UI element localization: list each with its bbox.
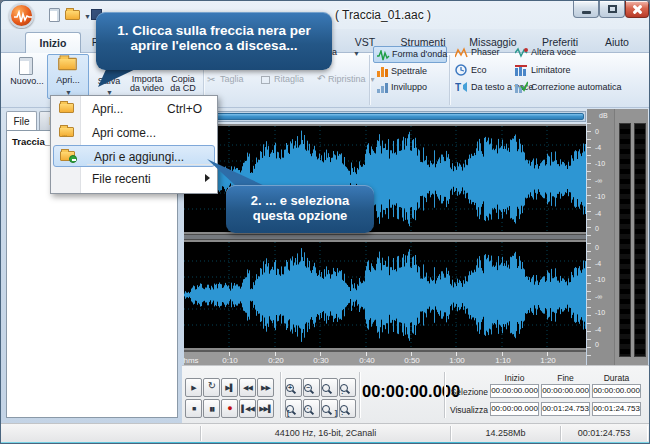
minimize-button[interactable] <box>573 1 599 18</box>
visualizza-fine-field[interactable]: 00:01:24.753 <box>541 402 590 416</box>
play-to-end-button[interactable]: ▶▌ <box>221 378 238 397</box>
waveform-icon <box>377 50 390 61</box>
callout-step-2: 2. ... e seleziona questa opzione <box>226 185 374 233</box>
annulla-dropdown-arrow: ▼ <box>353 50 360 57</box>
maximize-button[interactable] <box>599 1 625 18</box>
db-label: -4 <box>595 326 601 333</box>
open-and-add-folder-icon <box>60 151 75 161</box>
db-scale: dB 0-4-10-∞-10-400-4-10-∞-10-40 <box>587 109 614 367</box>
auto-correction-icon <box>515 81 528 93</box>
svg-text:T: T <box>455 82 461 93</box>
header-inizio: Inizio <box>490 373 539 383</box>
stop-button[interactable]: ■ <box>185 399 202 418</box>
new-page-icon <box>19 57 33 75</box>
db-label: -∞ <box>595 293 602 300</box>
zoom-vertical-out-button[interactable]: : <box>339 399 356 418</box>
open-folder-icon <box>59 103 74 113</box>
header-fine: Fine <box>541 373 590 383</box>
zoom-selection-button[interactable]: · <box>303 399 320 418</box>
envelope-icon <box>377 82 389 93</box>
waveform-channel-right[interactable] <box>184 240 586 350</box>
fast-forward-button[interactable]: ▶▶ <box>257 378 274 397</box>
selezione-durata-field[interactable]: 00:00:00.000 <box>592 384 641 398</box>
phaser-icon <box>455 47 468 59</box>
open-file-icon[interactable] <box>65 10 80 20</box>
magnifier-icon <box>322 405 330 413</box>
open-folder-icon <box>58 58 77 71</box>
restore-arrow-icon: ↶ <box>317 73 325 84</box>
new-file-icon[interactable] <box>49 8 60 22</box>
zoom-selection-start-button[interactable]: [ <box>285 399 302 418</box>
rewind-button[interactable]: ◀◀ <box>239 378 256 397</box>
visualizza-durata-field[interactable]: 00:01:24.753 <box>592 402 641 416</box>
status-empty <box>5 426 201 441</box>
shortcut-label: Ctrl+O <box>167 102 202 116</box>
transport-panel: ▶ ↻ ▶▌ ◀◀ ▶▶ ■ ▮▮ ● ▌◀◀ ▶▶▌ + − : [ · ] … <box>182 365 650 423</box>
time-ruler[interactable]: hms 0:10 0:20 0:30 0:40 0:50 1:00 1:10 1… <box>184 350 586 366</box>
skip-to-start-button[interactable]: ▌◀◀ <box>239 399 256 418</box>
skip-to-end-button[interactable]: ▶▶▌ <box>257 399 274 418</box>
spectrum-icon <box>377 66 389 77</box>
zoom-selection-end-button[interactable]: ] <box>321 399 338 418</box>
tab-aiuto[interactable]: Aiuto <box>595 32 639 53</box>
app-icon[interactable] <box>9 3 34 28</box>
status-file-size: 14.258Mb <box>451 426 561 441</box>
status-duration: 00:01:24.753 <box>561 426 647 441</box>
inviluppo-button[interactable]: Inviluppo <box>373 80 447 95</box>
magnifier-icon: − <box>304 384 312 392</box>
close-button[interactable] <box>625 1 649 18</box>
play-button[interactable]: ▶ <box>185 378 202 397</box>
loop-button[interactable]: ↻ <box>203 378 220 397</box>
level-meter-right <box>634 123 646 357</box>
visualizza-inizio-field[interactable]: 00:00:00.000 <box>490 402 539 416</box>
db-ticks <box>587 123 591 363</box>
app-window: ▼ ( Traccia_01.aac ) Inizio F VST Strume… <box>0 0 650 444</box>
horizontal-scrollbar[interactable] <box>184 111 586 122</box>
db-label: -10 <box>595 309 605 316</box>
db-label: -4 <box>595 260 601 267</box>
menu-item-file-recenti[interactable]: File recenti <box>52 168 216 190</box>
add-badge-icon <box>69 155 77 163</box>
zoom-out-button[interactable]: − <box>303 378 320 397</box>
selezione-label: Selezione <box>444 387 488 397</box>
callout-step-1: 1. Clicca sulla freccia nera per aprire … <box>96 12 332 70</box>
forma-donda-button[interactable]: Forma d'onda <box>373 46 447 63</box>
header-durata: Durata <box>592 373 641 383</box>
apri-dropdown-menu: Apri... Ctrl+O ... Apri come... Apri e a… <box>50 95 218 194</box>
scrollbar-thumb[interactable] <box>186 113 584 120</box>
sidebar-tab-file[interactable]: File <box>6 111 37 130</box>
selezione-fine-field[interactable]: 00:00:00.000 <box>541 384 590 398</box>
db-label: -10 <box>595 276 605 283</box>
magnifier-icon: + <box>286 384 294 392</box>
level-meter-left <box>619 123 631 357</box>
level-meters <box>614 109 648 367</box>
status-format: 44100 Hz, 16-bit, 2Canali <box>201 426 451 441</box>
db-label: -∞ <box>595 177 602 184</box>
db-label: -4 <box>595 210 601 217</box>
spettrale-button[interactable]: Spettrale <box>373 64 447 80</box>
text-to-speech-icon: T <box>455 81 468 93</box>
magnifier-icon <box>340 384 348 392</box>
record-button[interactable]: ● <box>221 399 238 418</box>
tab-inizio[interactable]: Inizio <box>25 32 81 53</box>
menu-item-apri-come[interactable]: ... Apri come... <box>52 122 216 144</box>
zoom-vertical-button[interactable]: : <box>339 378 356 397</box>
zoom-in-button[interactable]: + <box>285 378 302 397</box>
voice-change-icon <box>515 47 528 59</box>
db-label: 0 <box>595 225 599 232</box>
db-label: -4 <box>595 144 601 151</box>
pause-button[interactable]: ▮▮ <box>203 399 220 418</box>
nuovo-button[interactable]: Nuovo... <box>6 55 48 99</box>
menu-item-apri[interactable]: Apri... Ctrl+O <box>52 98 216 120</box>
open-as-folder-icon: ... <box>59 127 74 137</box>
status-bar: 44100 Hz, 16-bit, 2Canali 14.258Mb 00:01… <box>1 423 650 442</box>
apri-button[interactable]: Apri... ▼ <box>47 54 89 99</box>
zoom-full-button[interactable] <box>321 378 338 397</box>
magnifier-icon <box>322 384 330 392</box>
magnifier-icon <box>286 405 294 413</box>
open-dropdown-caret[interactable]: ▼ <box>84 13 91 20</box>
selezione-inizio-field[interactable]: 00:00:00.000 <box>490 384 539 398</box>
magnifier-icon <box>340 405 348 413</box>
crop-icon <box>261 76 270 84</box>
window-title: ( Traccia_01.aac ) <box>335 8 431 22</box>
